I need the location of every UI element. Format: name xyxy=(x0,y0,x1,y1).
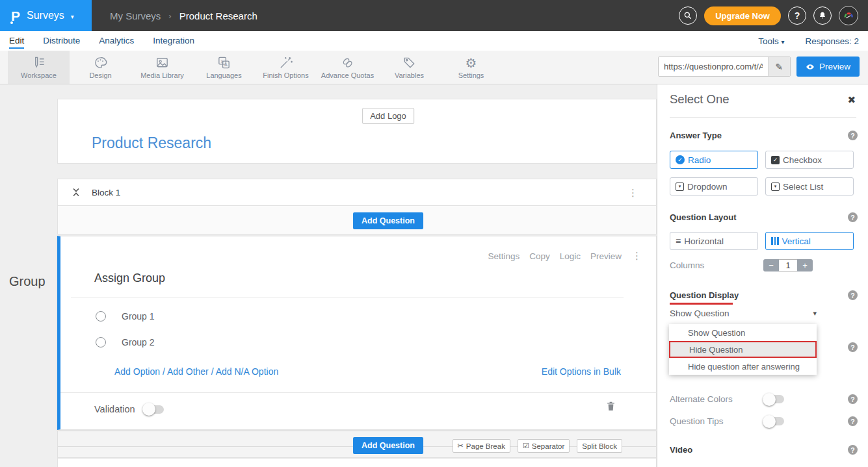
product-switcher[interactable]: P Surveys ▾ xyxy=(0,0,92,31)
tools-dropdown[interactable]: Tools ▾ xyxy=(758,36,784,46)
columns-decrement-button[interactable]: − xyxy=(763,259,779,271)
add-option-link[interactable]: Add Option xyxy=(114,366,160,377)
next-block-edge xyxy=(57,458,657,467)
responses-count[interactable]: Responses: 2 xyxy=(805,36,859,46)
add-other-link[interactable]: Add Other xyxy=(167,366,209,377)
topbar-actions: Upgrade Now ? xyxy=(679,6,868,25)
answer-type-radio[interactable]: ✓Radio xyxy=(670,151,758,169)
nav-right: Tools ▾ Responses: 2 xyxy=(758,36,868,46)
columns-value-input[interactable] xyxy=(779,259,797,271)
toolbar-item-languages[interactable]: xA Languages xyxy=(193,51,255,84)
add-question-button-bottom[interactable]: Add Question xyxy=(353,437,423,454)
split-block-button[interactable]: Split Block xyxy=(577,439,622,453)
breadcrumb: My Surveys › Product Research xyxy=(110,10,257,21)
question-display-help-icon[interactable]: ? xyxy=(848,290,858,300)
answer-option-row: Group 1 xyxy=(96,311,155,322)
toolbar-item-workspace[interactable]: Workspace xyxy=(8,51,70,84)
panel-divider xyxy=(670,117,856,118)
link-separator: / xyxy=(160,366,167,377)
panel-title: Select One xyxy=(670,92,730,107)
translate-icon: xA xyxy=(217,55,231,70)
close-panel-button[interactable]: ✖ xyxy=(847,94,856,106)
option-label[interactable]: Group 1 xyxy=(122,311,155,322)
layout-horizontal[interactable]: ≡Horizontal xyxy=(670,232,758,250)
radio-option-1[interactable] xyxy=(96,311,106,322)
bell-icon xyxy=(818,11,827,20)
hidden-setting-help-icon[interactable]: ? xyxy=(848,342,858,352)
tab-edit[interactable]: Edit xyxy=(9,33,24,49)
menu-item-hide-after-answering[interactable]: Hide question after answering xyxy=(669,358,817,375)
survey-title[interactable]: Product Research xyxy=(92,134,211,152)
menu-item-hide-question[interactable]: Hide Question xyxy=(669,341,817,358)
magic-wand-icon xyxy=(278,55,293,70)
question-logic-link[interactable]: Logic xyxy=(560,251,581,261)
columns-increment-button[interactable]: + xyxy=(797,259,813,271)
toolbar-item-media-library[interactable]: Media Library xyxy=(131,51,193,84)
toolbar-item-settings[interactable]: ⚙ Settings xyxy=(440,51,502,84)
caret-down-icon: ▾ xyxy=(781,38,784,45)
columns-label: Columns xyxy=(670,260,704,270)
question-copy-link[interactable]: Copy xyxy=(529,251,550,261)
block-title[interactable]: Block 1 xyxy=(92,188,120,197)
tutorial-highlight-underline xyxy=(670,303,733,305)
product-label: Surveys xyxy=(27,10,64,21)
add-na-option-link[interactable]: Add N/A Option xyxy=(216,366,279,377)
menu-item-show-question[interactable]: Show Question xyxy=(669,324,817,341)
answer-type-select-list[interactable]: ▾Select List xyxy=(765,177,854,196)
alternate-colors-toggle[interactable] xyxy=(764,395,784,403)
toolbar-item-design[interactable]: Design xyxy=(70,51,131,84)
toolbar-item-variables[interactable]: Variables xyxy=(378,51,440,84)
block-footer: Add Question ✂Page Break ☑Separator Spli… xyxy=(57,431,657,458)
nav-tabs: Edit Distribute Analytics Integration xyxy=(0,33,194,49)
validation-toggle[interactable] xyxy=(144,405,164,414)
survey-url-input[interactable] xyxy=(659,57,768,76)
add-question-button-top[interactable]: Add Question xyxy=(353,212,423,229)
separator-button[interactable]: ☑Separator xyxy=(518,439,570,453)
page-break-button[interactable]: ✂Page Break xyxy=(453,439,510,453)
palette-icon xyxy=(93,55,108,70)
question-tips-toggle[interactable] xyxy=(764,417,784,425)
question-title[interactable]: Assign Group xyxy=(94,271,165,285)
question-settings-link[interactable]: Settings xyxy=(488,251,519,261)
collapse-block-button[interactable] xyxy=(72,187,80,197)
block-menu-button[interactable]: ⋮ xyxy=(628,188,638,197)
breadcrumb-my-surveys[interactable]: My Surveys xyxy=(110,10,161,21)
toolbar-right: ✎ Preview xyxy=(658,57,860,77)
question-tips-help-icon[interactable]: ? xyxy=(848,416,858,426)
add-logo-button[interactable]: Add Logo xyxy=(362,108,414,124)
tab-analytics[interactable]: Analytics xyxy=(99,33,134,49)
video-heading: Video xyxy=(670,445,692,455)
pencil-icon: ✎ xyxy=(776,62,783,72)
dropdown-icon: ▾ xyxy=(676,183,684,191)
account-avatar[interactable] xyxy=(839,6,858,25)
question-menu-button[interactable]: ⋮ xyxy=(632,251,642,260)
help-button[interactable]: ? xyxy=(788,6,806,25)
search-button[interactable] xyxy=(679,6,697,25)
alternate-colors-help-icon[interactable]: ? xyxy=(848,394,858,404)
edit-url-button[interactable]: ✎ xyxy=(768,57,790,76)
question-display-select[interactable]: Show Question ▾ xyxy=(670,309,817,318)
trash-icon xyxy=(606,401,616,412)
preview-button[interactable]: Preview xyxy=(796,57,860,77)
edit-options-in-bulk-link[interactable]: Edit Options in Bulk xyxy=(542,366,621,377)
delete-question-button[interactable] xyxy=(606,401,616,412)
layout-vertical[interactable]: Vertical xyxy=(765,232,854,250)
toolbar-item-finish-options[interactable]: Finish Options xyxy=(255,51,317,84)
select-list-icon: ▾ xyxy=(771,183,780,191)
toolbar-item-advance-quotas[interactable]: Advance Quotas xyxy=(317,51,378,84)
alternate-colors-label: Alternate Colors xyxy=(670,394,751,404)
upgrade-now-button[interactable]: Upgrade Now xyxy=(704,6,781,25)
answer-type-checkbox[interactable]: ✓Checkbox xyxy=(765,151,854,169)
tab-integration[interactable]: Integration xyxy=(153,33,194,49)
answer-option-row: Group 2 xyxy=(96,337,155,347)
answer-type-help-icon[interactable]: ? xyxy=(848,131,858,140)
video-help-icon[interactable]: ? xyxy=(848,445,858,455)
option-label[interactable]: Group 2 xyxy=(122,337,155,347)
notifications-button[interactable] xyxy=(813,6,832,25)
horizontal-lines-icon: ≡ xyxy=(676,236,681,246)
tab-distribute[interactable]: Distribute xyxy=(43,33,80,49)
question-layout-help-icon[interactable]: ? xyxy=(848,212,858,222)
radio-option-2[interactable] xyxy=(96,337,106,347)
answer-type-dropdown[interactable]: ▾Dropdown xyxy=(670,177,758,196)
question-preview-link[interactable]: Preview xyxy=(590,251,622,261)
